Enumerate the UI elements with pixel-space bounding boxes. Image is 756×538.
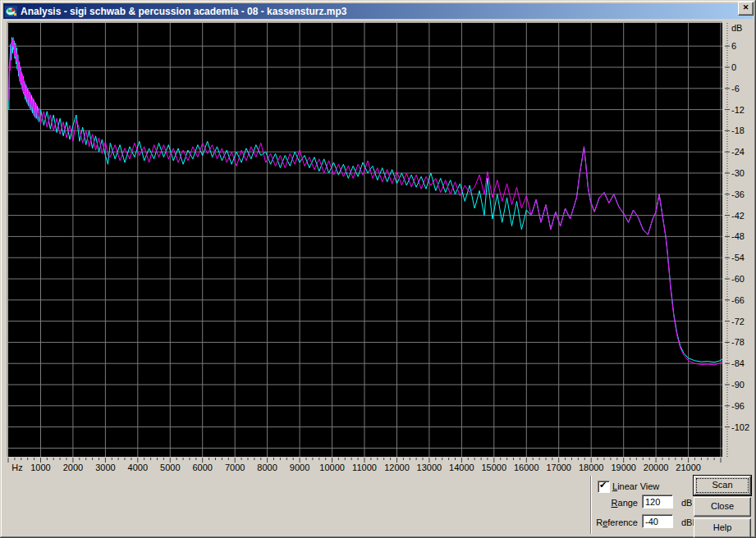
x-axis-label: 15000 xyxy=(482,463,507,472)
x-axis-label: 18000 xyxy=(579,463,604,472)
x-axis-label: 16000 xyxy=(514,463,539,472)
x-axis: Hz10002000300040005000600070008000900010… xyxy=(8,458,721,472)
y-axis-label: -90 xyxy=(731,380,745,390)
x-axis-label: 13000 xyxy=(417,463,442,472)
x-axis-label: 5000 xyxy=(160,463,180,472)
y-axis-label: -12 xyxy=(731,105,745,115)
app-icon xyxy=(5,5,18,18)
range-input[interactable] xyxy=(642,495,673,508)
spectrum-chart[interactable]: Hz10002000300040005000600070008000900010… xyxy=(0,20,756,476)
x-axis-label: 3000 xyxy=(95,463,115,472)
close-icon[interactable] xyxy=(738,2,754,16)
y-axis-label: -72 xyxy=(731,317,745,326)
help-button[interactable]: Help xyxy=(694,518,751,538)
y-axis-label: -60 xyxy=(731,274,745,284)
x-axis-label: 10000 xyxy=(319,463,345,472)
scan-button[interactable]: Scan xyxy=(694,476,751,495)
x-axis-label: 6000 xyxy=(192,463,212,472)
y-axis-label: -48 xyxy=(731,231,745,241)
linear-view-checkbox[interactable] xyxy=(598,481,610,493)
x-axis-label: 21000 xyxy=(676,463,701,472)
bottom-panel: Cursor: 14800 Hz, L=-31.38 dB, R=-29.55 … xyxy=(0,474,756,538)
y-axis: dB60-6-12-18-24-30-36-42-48-54-60-66-72-… xyxy=(725,23,749,457)
x-axis-label: 17000 xyxy=(546,463,571,472)
y-axis-label: -6 xyxy=(731,84,740,93)
linear-view-label[interactable]: Linear View xyxy=(612,481,659,491)
y-axis-label: 0 xyxy=(731,62,736,72)
x-axis-label: 1000 xyxy=(30,463,50,472)
y-axis-label: -24 xyxy=(731,147,745,157)
x-axis-label: 2000 xyxy=(63,463,83,472)
x-axis-label: 4000 xyxy=(128,463,148,472)
y-axis-label: -54 xyxy=(731,253,745,262)
x-axis-label: Hz xyxy=(11,463,22,472)
y-axis-label: -30 xyxy=(731,168,745,178)
window-title: Analysis - sigi schwab & percussion acad… xyxy=(21,6,347,17)
y-axis-label: -84 xyxy=(731,358,745,368)
y-axis-header: dB xyxy=(731,23,742,33)
x-axis-label: 11000 xyxy=(352,463,377,472)
y-axis-label: -96 xyxy=(731,401,745,411)
range-unit: dB xyxy=(681,498,692,508)
y-axis-label: -36 xyxy=(731,189,745,199)
reference-input[interactable] xyxy=(642,514,673,528)
x-axis-label: 7000 xyxy=(225,463,245,472)
y-axis-label: -78 xyxy=(731,337,745,347)
x-axis-label: 14000 xyxy=(449,463,474,472)
x-axis-label: 19000 xyxy=(611,463,636,472)
close-button[interactable]: Close xyxy=(694,497,751,517)
analysis-window: Analysis - sigi schwab & percussion acad… xyxy=(0,0,756,538)
y-axis-label: -18 xyxy=(731,125,745,135)
y-axis-label: -102 xyxy=(731,422,749,432)
range-label: Range xyxy=(566,498,638,508)
titlebar[interactable]: Analysis - sigi schwab & percussion acad… xyxy=(3,3,753,19)
reference-label: Reference xyxy=(566,517,638,527)
x-axis-label: 20000 xyxy=(644,463,669,472)
y-axis-label: -42 xyxy=(731,211,745,221)
x-axis-label: 8000 xyxy=(257,463,277,472)
x-axis-label: 12000 xyxy=(384,463,410,472)
x-axis-label: 9000 xyxy=(290,463,309,472)
y-axis-label: -66 xyxy=(731,295,745,305)
y-axis-label: 6 xyxy=(731,41,736,51)
